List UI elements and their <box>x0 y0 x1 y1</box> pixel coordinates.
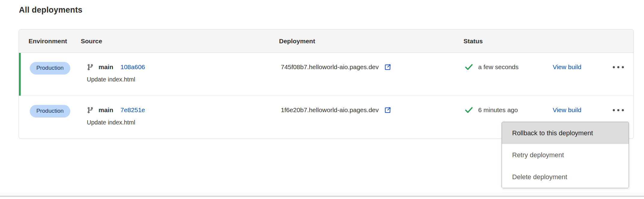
source-cell: main 108a606 Update index.html <box>81 62 279 84</box>
table-header-row: Environment Source Deployment Status <box>19 29 633 53</box>
commit-message: Update index.html <box>87 75 279 84</box>
menu-item-rollback[interactable]: Rollback to this deployment <box>502 122 629 144</box>
section-divider-line <box>0 196 644 197</box>
column-header-deployment: Deployment <box>279 38 463 45</box>
deployment-menu-button[interactable] <box>612 64 624 70</box>
ellipsis-icon <box>613 66 615 68</box>
view-build-cell: View build <box>553 105 604 115</box>
view-build-cell: View build <box>553 62 604 72</box>
column-header-source: Source <box>81 38 279 45</box>
table-row: Production main 108a606 Update index.htm… <box>19 53 633 96</box>
status-cell: 6 minutes ago <box>463 105 553 115</box>
source-cell: main 7e8251e Update index.html <box>81 105 279 127</box>
ellipsis-icon <box>613 109 615 111</box>
environment-badge: Production <box>30 62 70 75</box>
check-success-icon <box>465 106 473 114</box>
commit-message: Update index.html <box>87 118 279 127</box>
environment-cell: Production <box>29 62 81 75</box>
status-text: 6 minutes ago <box>478 106 518 114</box>
commit-link[interactable]: 108a606 <box>120 63 145 71</box>
git-branch-icon <box>87 64 94 71</box>
column-header-status: Status <box>463 38 624 45</box>
deployment-url: 745f08b7.helloworld-aio.pages.dev <box>281 63 379 71</box>
commit-link[interactable]: 7e8251e <box>120 106 145 114</box>
environment-badge: Production <box>30 105 70 118</box>
actions-cell <box>604 105 624 115</box>
git-branch-icon <box>87 107 94 114</box>
check-success-icon <box>465 63 473 71</box>
deployment-cell: 745f08b7.helloworld-aio.pages.dev <box>279 62 463 72</box>
view-build-link[interactable]: View build <box>553 62 581 72</box>
external-link-icon[interactable] <box>384 63 392 71</box>
menu-item-retry[interactable]: Retry deployment <box>502 144 629 166</box>
menu-item-delete[interactable]: Delete deployment <box>502 166 629 188</box>
column-header-environment: Environment <box>29 38 81 45</box>
external-link-icon[interactable] <box>384 106 392 114</box>
section-divider-band <box>0 192 644 196</box>
status-text: a few seconds <box>478 63 518 71</box>
branch-name: main <box>99 106 113 114</box>
view-build-link[interactable]: View build <box>553 105 581 115</box>
page-title: All deployments <box>19 5 83 15</box>
environment-cell: Production <box>29 105 81 118</box>
deployment-cell: 1f6e20b7.helloworld-aio.pages.dev <box>279 105 463 115</box>
status-cell: a few seconds <box>463 62 553 72</box>
actions-cell <box>604 62 624 72</box>
deployment-context-menu: Rollback to this deployment Retry deploy… <box>502 122 629 188</box>
branch-name: main <box>99 63 113 71</box>
deployment-url: 1f6e20b7.helloworld-aio.pages.dev <box>281 106 379 114</box>
deployment-menu-button[interactable] <box>612 107 624 113</box>
